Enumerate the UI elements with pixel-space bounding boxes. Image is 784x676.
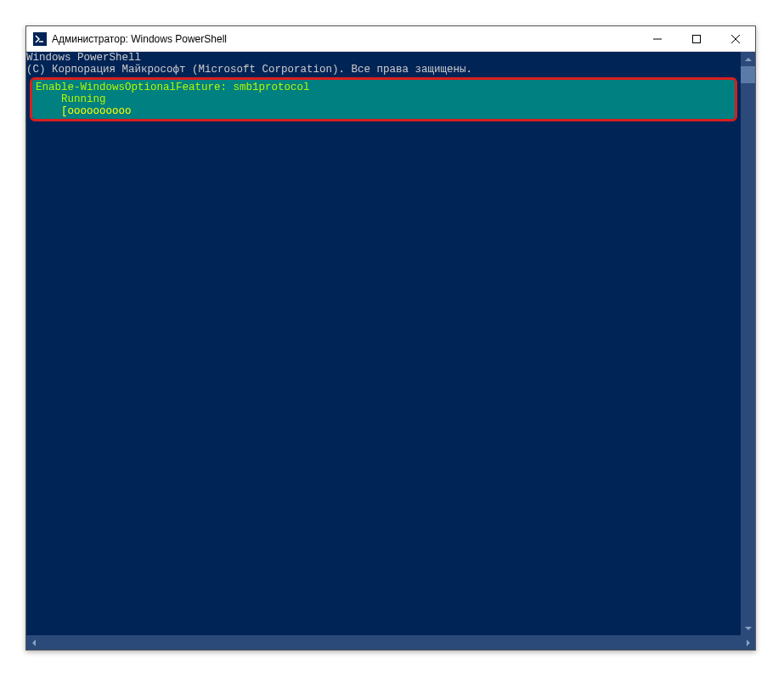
window-title: Администратор: Windows PowerShell [52,33,638,45]
console-line-copyright: (C) Корпорация Майкрософт (Microsoft Cor… [26,64,741,76]
progress-bar-space [132,105,737,117]
powershell-window: Администратор: Windows PowerShell Window… [25,25,756,651]
window-controls [638,26,755,51]
chevron-right-icon [747,639,750,646]
console-content: Windows PowerShell (C) Корпорация Майкро… [26,52,741,635]
maximize-button[interactable] [677,26,716,51]
page-background: Администратор: Windows PowerShell Window… [0,0,784,676]
minimize-button[interactable] [638,26,677,51]
progress-bar-open-bracket: [ [36,105,68,117]
scroll-left-button[interactable] [26,635,41,650]
titlebar[interactable]: Администратор: Windows PowerShell [26,26,755,52]
vertical-scroll-track[interactable] [741,66,755,621]
progress-bar-fill: oooooooooo [68,105,132,117]
close-button[interactable] [716,26,755,51]
progress-status: Running [36,93,731,105]
console-area[interactable]: Windows PowerShell (C) Корпорация Майкро… [26,52,755,650]
svg-rect-2 [693,35,701,42]
progress-title: Enable-WindowsOptionalFeature: smb1proto… [36,82,731,93]
horizontal-scroll-track[interactable] [41,635,741,650]
vertical-scroll-thumb[interactable] [741,66,755,83]
progress-block: Enable-WindowsOptionalFeature: smb1proto… [32,80,735,119]
horizontal-scrollbar[interactable] [26,635,755,650]
chevron-down-icon [745,627,752,630]
chevron-up-icon [745,58,752,61]
progress-bar: [oooooooooo ] [36,105,731,117]
scroll-up-button[interactable] [741,52,755,66]
progress-highlight-box: Enable-WindowsOptionalFeature: smb1proto… [30,77,737,121]
scroll-down-button[interactable] [741,621,755,635]
scroll-right-button[interactable] [741,635,755,650]
console-line-header: Windows PowerShell [26,52,741,64]
powershell-icon [33,32,47,46]
chevron-left-icon [32,639,36,646]
vertical-scrollbar[interactable] [741,52,755,635]
